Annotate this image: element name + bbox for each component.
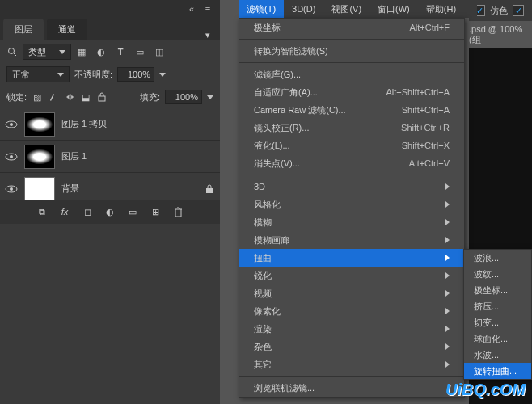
layer-row[interactable]: 图层 1 拷贝: [0, 108, 220, 141]
filter-row: 类型 ▦ ◐ T ▭ ◫: [0, 40, 220, 63]
mi-last-filter[interactable]: 极坐标Alt+Ctrl+F: [239, 19, 464, 36]
mi-blur-gallery[interactable]: 模糊画廊: [239, 231, 464, 249]
collapse-icon[interactable]: «: [186, 3, 197, 15]
visibility-icon[interactable]: [5, 150, 18, 163]
group-icon[interactable]: ▭: [127, 206, 138, 217]
document-title: .psd @ 100% (组: [469, 24, 532, 46]
smi-twirl[interactable]: 旋转扭曲...: [464, 363, 531, 379]
mi-liquify[interactable]: 液化(L)...Shift+Ctrl+X: [239, 137, 464, 154]
visibility-icon[interactable]: [5, 183, 18, 196]
opacity-label: 不透明度:: [74, 69, 112, 81]
mi-camera-raw[interactable]: Camera Raw 滤镜(C)...Shift+Ctrl+A: [239, 101, 464, 119]
smart-filter-icon[interactable]: ◫: [154, 46, 165, 57]
lock-all-icon[interactable]: [96, 91, 108, 103]
lock-pixels-icon[interactable]: ▨: [32, 91, 43, 103]
chevron-down-icon[interactable]: [159, 73, 166, 77]
mi-lens-correction[interactable]: 镜头校正(R)...Shift+Ctrl+R: [239, 119, 464, 137]
shape-filter-icon[interactable]: ▭: [134, 46, 146, 57]
panel-header: « ≡: [0, 0, 220, 18]
mask-icon[interactable]: ◻: [82, 206, 93, 217]
mi-3d[interactable]: 3D: [239, 178, 464, 196]
trash-icon[interactable]: [172, 206, 184, 217]
options-bar: ✓ 仿色 ✓: [469, 0, 532, 21]
mi-filter-gallery[interactable]: 滤镜库(G)...: [239, 65, 464, 83]
visibility-icon[interactable]: [5, 118, 18, 131]
layer-thumbnail[interactable]: [24, 145, 55, 169]
smi-shear[interactable]: 切变...: [464, 314, 531, 330]
layers-panel: « ≡ 图层 通道 ▾ 类型 ▦ ◐ T ▭ ◫ 正常 不透明度: 100% 锁: [0, 0, 220, 404]
mi-pixelate[interactable]: 像素化: [239, 302, 464, 320]
search-icon[interactable]: [6, 46, 18, 57]
kind-dropdown[interactable]: 类型: [23, 44, 71, 60]
layers-list: 图层 1 拷贝 图层 1 背景: [0, 108, 220, 205]
menu-filter[interactable]: 滤镜(T): [239, 0, 284, 18]
fill-label: 填充:: [140, 91, 160, 103]
site-watermark: UiBQ.cOM: [445, 381, 526, 399]
submenu-arrow-icon: [445, 326, 450, 332]
opacity-input[interactable]: 100%: [117, 67, 154, 82]
blend-mode-value: 正常: [12, 69, 30, 81]
checkbox2[interactable]: ✓: [513, 5, 524, 16]
smi-pinch[interactable]: 挤压...: [464, 298, 531, 314]
type-filter-icon[interactable]: T: [115, 46, 126, 57]
adjustment-icon[interactable]: ◐: [104, 206, 116, 217]
submenu-arrow-icon: [445, 272, 450, 279]
tab-channels[interactable]: 通道: [47, 19, 87, 40]
mi-smart-filter[interactable]: 转换为智能滤镜(S): [239, 42, 464, 60]
blend-mode-dropdown[interactable]: 正常: [6, 66, 70, 82]
menu-view[interactable]: 视图(V): [323, 0, 369, 18]
layer-row[interactable]: 图层 1: [0, 141, 220, 173]
pixel-filter-icon[interactable]: ▦: [76, 46, 87, 57]
distort-submenu: 波浪... 波纹... 极坐标... 挤压... 切变... 球面化... 水波…: [463, 249, 532, 380]
submenu-arrow-icon: [445, 183, 450, 190]
menu-3d[interactable]: 3D(D): [284, 0, 323, 18]
smi-zigzag[interactable]: 水波...: [464, 347, 531, 363]
layer-name[interactable]: 背景: [61, 183, 79, 195]
menu-help[interactable]: 帮助(H): [418, 0, 464, 18]
lock-label: 锁定:: [6, 91, 27, 103]
layer-thumbnail[interactable]: [24, 112, 55, 137]
panel-tabs: 图层 通道 ▾: [0, 18, 220, 40]
menu-separator: [239, 62, 464, 63]
tab-menu-icon[interactable]: ▾: [202, 29, 213, 40]
lock-position-icon[interactable]: [48, 91, 59, 103]
new-layer-icon[interactable]: ⊞: [150, 206, 161, 217]
svg-line-1: [14, 53, 16, 56]
filter-icons: ▦ ◐ T ▭ ◫: [76, 46, 165, 57]
smi-ripple[interactable]: 波纹...: [464, 266, 531, 282]
svg-rect-9: [206, 188, 213, 193]
svg-rect-2: [99, 96, 105, 101]
filter-menu: 极坐标Alt+Ctrl+F 转换为智能滤镜(S) 滤镜库(G)... 自适应广角…: [239, 18, 465, 398]
menubar: 滤镜(T) 3D(D) 视图(V) 窗口(W) 帮助(H): [239, 0, 477, 18]
smi-spherize[interactable]: 球面化...: [464, 330, 531, 347]
tab-layers[interactable]: 图层: [3, 19, 44, 40]
mi-distort[interactable]: 扭曲: [239, 249, 464, 267]
adjust-filter-icon[interactable]: ◐: [95, 46, 107, 57]
mi-adaptive-wide[interactable]: 自适应广角(A)...Alt+Shift+Ctrl+A: [239, 83, 464, 101]
layer-name[interactable]: 图层 1 拷贝: [61, 118, 107, 130]
smi-wave[interactable]: 波浪...: [464, 250, 531, 266]
mi-other[interactable]: 其它: [239, 356, 464, 373]
layer-thumbnail[interactable]: [24, 177, 55, 201]
fx-icon[interactable]: fx: [59, 206, 70, 217]
layer-name[interactable]: 图层 1: [61, 150, 87, 162]
mi-noise[interactable]: 杂色: [239, 338, 464, 356]
lock-move-icon[interactable]: ✥: [64, 91, 75, 103]
smi-polar[interactable]: 极坐标...: [464, 282, 531, 298]
mi-stylize[interactable]: 风格化: [239, 196, 464, 213]
mi-video[interactable]: 视频: [239, 284, 464, 302]
mi-blur[interactable]: 模糊: [239, 213, 464, 231]
mi-sharpen[interactable]: 锐化: [239, 267, 464, 284]
fill-input[interactable]: 100%: [165, 90, 202, 104]
svg-point-0: [9, 48, 15, 54]
mi-render[interactable]: 渲染: [239, 320, 464, 338]
lock-artboard-icon[interactable]: ⬓: [80, 91, 91, 103]
mi-vanishing-point[interactable]: 消失点(V)...Alt+Ctrl+V: [239, 154, 464, 172]
chevron-down-icon: [59, 50, 65, 54]
panel-menu-icon[interactable]: ≡: [202, 3, 213, 15]
mi-browse-online[interactable]: 浏览联机滤镜...: [239, 379, 464, 397]
menu-window[interactable]: 窗口(W): [369, 0, 418, 18]
link-icon[interactable]: ⧉: [36, 206, 48, 217]
chevron-down-icon[interactable]: [207, 95, 213, 99]
svg-point-8: [10, 187, 13, 191]
